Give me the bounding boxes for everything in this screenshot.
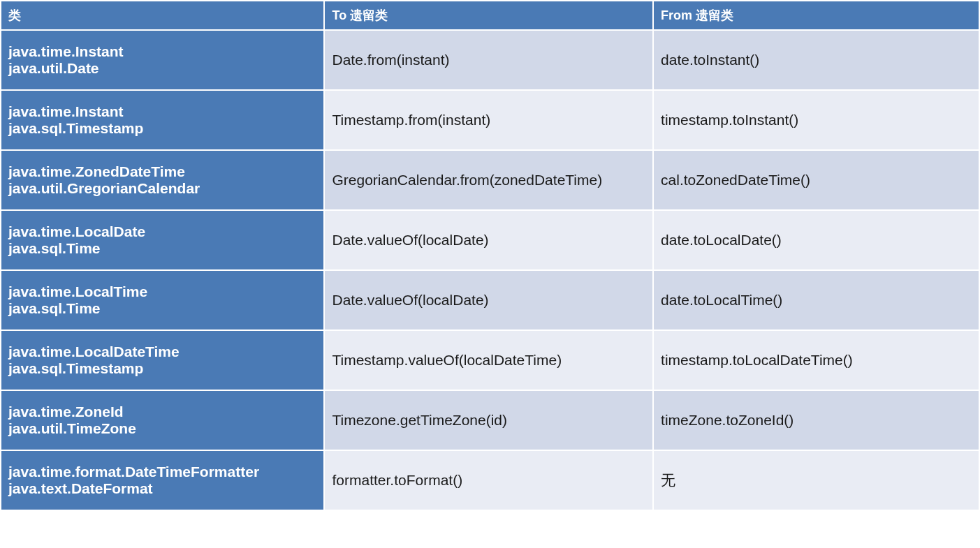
- cell-from-legacy: cal.toZonedDateTime(): [654, 151, 979, 209]
- cell-from-legacy: timeZone.toZoneId(): [654, 391, 979, 450]
- cell-to-legacy: formatter.toFormat(): [325, 451, 652, 510]
- cell-to-legacy: Date.from(instant): [325, 31, 652, 89]
- cell-class-pair: java.time.LocalTime java.sql.Time: [1, 271, 323, 329]
- conversion-table: 类 To 遗留类 From 遗留类 java.time.Instant java…: [0, 0, 980, 511]
- cell-from-legacy: timestamp.toInstant(): [654, 91, 979, 149]
- header-from-legacy: From 遗留类: [654, 1, 979, 29]
- table-row: java.time.format.DateTimeFormatter java.…: [1, 451, 979, 510]
- table-row: java.time.LocalDate java.sql.Time Date.v…: [1, 211, 979, 269]
- cell-to-legacy: GregorianCalendar.from(zonedDateTime): [325, 151, 652, 209]
- cell-class-pair: java.time.ZoneId java.util.TimeZone: [1, 391, 323, 450]
- cell-from-legacy: 无: [654, 451, 979, 510]
- cell-to-legacy: Timestamp.valueOf(localDateTime): [325, 331, 652, 390]
- table-row: java.time.LocalTime java.sql.Time Date.v…: [1, 271, 979, 329]
- cell-from-legacy: date.toLocalTime(): [654, 271, 979, 329]
- table-row: java.time.Instant java.util.Date Date.fr…: [1, 31, 979, 89]
- cell-to-legacy: Timezone.getTimeZone(id): [325, 391, 652, 450]
- cell-class-pair: java.time.Instant java.util.Date: [1, 31, 323, 89]
- table-row: java.time.ZoneId java.util.TimeZone Time…: [1, 391, 979, 450]
- header-to-legacy: To 遗留类: [325, 1, 652, 29]
- cell-from-legacy: timestamp.toLocalDateTime(): [654, 331, 979, 390]
- cell-to-legacy: Timestamp.from(instant): [325, 91, 652, 149]
- table-row: java.time.LocalDateTime java.sql.Timesta…: [1, 331, 979, 390]
- cell-class-pair: java.time.LocalDate java.sql.Time: [1, 211, 323, 269]
- table-header-row: 类 To 遗留类 From 遗留类: [1, 1, 979, 29]
- cell-to-legacy: Date.valueOf(localDate): [325, 271, 652, 329]
- cell-class-pair: java.time.format.DateTimeFormatter java.…: [1, 451, 323, 510]
- table-row: java.time.ZonedDateTime java.util.Gregor…: [1, 151, 979, 209]
- cell-from-legacy: date.toInstant(): [654, 31, 979, 89]
- cell-class-pair: java.time.ZonedDateTime java.util.Gregor…: [1, 151, 323, 209]
- table-row: java.time.Instant java.sql.Timestamp Tim…: [1, 91, 979, 149]
- cell-class-pair: java.time.Instant java.sql.Timestamp: [1, 91, 323, 149]
- cell-from-legacy: date.toLocalDate(): [654, 211, 979, 269]
- header-class: 类: [1, 1, 323, 29]
- cell-class-pair: java.time.LocalDateTime java.sql.Timesta…: [1, 331, 323, 390]
- cell-to-legacy: Date.valueOf(localDate): [325, 211, 652, 269]
